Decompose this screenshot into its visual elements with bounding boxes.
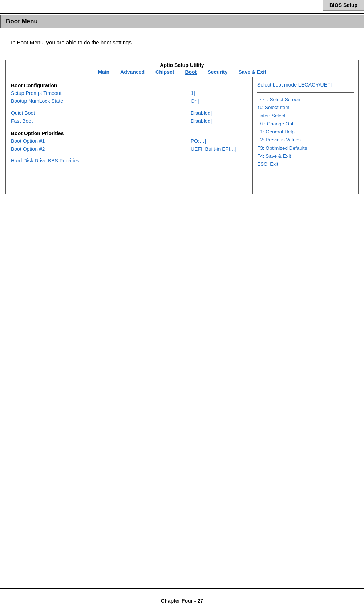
top-border <box>0 13 364 14</box>
hard-disk-label: Hard Disk Drive BBS Priorities <box>11 157 247 165</box>
optimized-defaults-hint: F3: Optimized Defaults <box>257 144 354 152</box>
setup-prompt-timeout-value: [1] <box>189 89 247 97</box>
fast-boot-value: [Disabled] <box>189 117 247 125</box>
spacer3 <box>11 153 247 157</box>
select-item-hint: ↑↓: Select Item <box>257 104 354 112</box>
help-text-top: Select boot mode LEGACY/UEFI <box>257 81 354 93</box>
boot-config-heading: Boot Configuration <box>11 83 247 88</box>
spacer2 <box>11 125 247 129</box>
quiet-boot-row[interactable]: Quiet Boot [Disabled] <box>11 109 247 117</box>
nav-main[interactable]: Main <box>98 69 109 75</box>
aptio-body: Boot Configuration Setup Prompt Timeout … <box>6 77 358 194</box>
aptio-left-panel: Boot Configuration Setup Prompt Timeout … <box>6 77 253 194</box>
save-exit-hint: F4: Save & Exit <box>257 152 354 160</box>
nav-chipset[interactable]: Chipset <box>155 69 174 75</box>
bios-tab-label: BIOS Setup <box>329 2 357 8</box>
quiet-boot-value: [Disabled] <box>189 109 247 117</box>
boot-option2-row[interactable]: Boot Option #2 [UEFI: Built-in EFI…] <box>11 145 247 153</box>
aptio-title: Aptio Setup Utility <box>6 62 358 68</box>
aptio-header: Aptio Setup Utility Main Advanced Chipse… <box>6 60 358 77</box>
bottom-border <box>0 588 364 589</box>
boot-menu-heading: Boot Menu <box>0 15 364 28</box>
fast-boot-row[interactable]: Fast Boot [Disabled] <box>11 117 247 125</box>
previous-values-hint: F2: Previous Values <box>257 136 354 144</box>
boot-option2-value: [UEFI: Built-in EFI…] <box>189 145 247 153</box>
bootup-numlock-row[interactable]: Bootup NumLock State [On] <box>11 97 247 105</box>
change-opt-hint: –/+: Change Opt. <box>257 120 354 128</box>
spacer4 <box>11 165 247 169</box>
boot-option2-label: Boot Option #2 <box>11 145 189 153</box>
bootup-numlock-value: [On] <box>189 97 247 105</box>
boot-option-priorities-heading: Boot Option Priorities <box>11 130 247 136</box>
help-text-bottom: →←: Select Screen ↑↓: Select Item Enter:… <box>257 96 354 168</box>
aptio-setup-utility: Aptio Setup Utility Main Advanced Chipse… <box>5 60 359 194</box>
fast-boot-label: Fast Boot <box>11 117 189 125</box>
boot-option1-row[interactable]: Boot Option #1 [PO:…] <box>11 137 247 145</box>
setup-prompt-timeout-row[interactable]: Setup Prompt Timeout [1] <box>11 89 247 97</box>
nav-boot[interactable]: Boot <box>185 69 197 75</box>
hard-disk-row[interactable]: Hard Disk Drive BBS Priorities <box>11 157 247 165</box>
boot-option1-label: Boot Option #1 <box>11 137 189 145</box>
boot-option1-value: [PO:…] <box>189 137 247 145</box>
footer-text: Chapter Four - 27 <box>0 598 364 604</box>
aptio-nav: Main Advanced Chipset Boot Security Save… <box>6 68 358 76</box>
nav-advanced[interactable]: Advanced <box>120 69 145 75</box>
nav-security[interactable]: Security <box>207 69 227 75</box>
spacer1 <box>11 105 247 109</box>
esc-exit-hint: ESC: Exit <box>257 160 354 168</box>
boot-menu-title: Boot Menu <box>6 18 38 25</box>
bootup-numlock-label: Bootup NumLock State <box>11 97 189 105</box>
general-help-hint: F1: General Help <box>257 128 354 136</box>
enter-select-hint: Enter: Select <box>257 112 354 120</box>
aptio-right-panel: Select boot mode LEGACY/UEFI →←: Select … <box>253 77 358 194</box>
select-screen-hint: →←: Select Screen <box>257 96 354 104</box>
bios-setup-tab: BIOS Setup <box>323 0 364 11</box>
nav-save-exit[interactable]: Save & Exit <box>239 69 266 75</box>
setup-prompt-timeout-label: Setup Prompt Timeout <box>11 89 189 97</box>
intro-text: In Boot Menu, you are able to do the boo… <box>11 39 133 45</box>
quiet-boot-label: Quiet Boot <box>11 109 189 117</box>
